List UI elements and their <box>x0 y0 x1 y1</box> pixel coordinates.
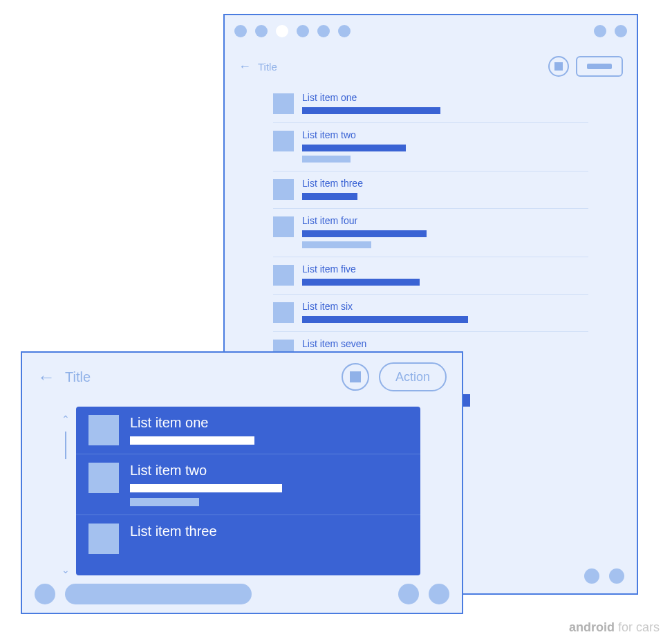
back-arrow-icon[interactable]: ← <box>239 59 251 74</box>
scroll-track <box>65 432 66 459</box>
list-item-body: List item two <box>302 129 406 163</box>
status-dot <box>338 25 351 37</box>
list-item-title: List item seven <box>302 338 378 349</box>
thumbnail-icon <box>273 265 294 286</box>
nav-button[interactable] <box>609 568 624 584</box>
square-icon <box>350 371 361 382</box>
system-bar <box>225 15 637 47</box>
status-dot <box>615 25 627 37</box>
thumbnail-icon <box>88 415 119 445</box>
list: List item oneList item twoList item thre… <box>76 407 420 575</box>
text-placeholder <box>130 498 199 506</box>
list-item-title: List item six <box>302 301 468 312</box>
status-dot <box>594 25 606 37</box>
list-item-body: List item two <box>130 463 282 506</box>
header-action-button[interactable]: Action <box>379 362 447 391</box>
text-placeholder <box>130 436 254 445</box>
thumbnail-icon <box>88 463 119 493</box>
list-item-body: List item three <box>130 524 217 554</box>
nav-button[interactable] <box>584 568 599 584</box>
nav-pill[interactable] <box>65 584 252 604</box>
thumbnail-icon <box>273 131 294 151</box>
nav-button[interactable] <box>429 584 449 604</box>
header-title: Title <box>258 61 277 73</box>
list-item-body: List item six <box>302 301 468 323</box>
list-item-title: List item one <box>302 92 440 103</box>
list-item[interactable]: List item three <box>273 172 588 209</box>
thumbnail-icon <box>273 179 294 200</box>
square-icon <box>554 62 563 71</box>
list-item-body: List item one <box>130 415 254 445</box>
header-icon-button[interactable] <box>548 56 569 77</box>
list-item-title: List item three <box>302 178 363 189</box>
thumbnail-icon <box>273 216 294 237</box>
list-item-title: List item three <box>130 524 217 539</box>
watermark-suffix: for cars <box>615 620 660 634</box>
text-placeholder <box>302 156 351 163</box>
chevron-up-icon[interactable]: ⌃ <box>62 414 70 425</box>
thumbnail-icon <box>273 93 294 114</box>
watermark-brand: android <box>569 620 615 634</box>
list-item[interactable]: List item six <box>273 295 588 332</box>
front-window: ← Title Action ⌃ ⌄ List item oneList ite… <box>21 351 463 614</box>
list-item-body: List item one <box>302 92 440 114</box>
button-label-placeholder <box>587 64 612 69</box>
list-item-title: List item one <box>130 415 254 431</box>
thumbnail-icon <box>273 302 294 323</box>
list-item-title: List item five <box>302 263 420 275</box>
header-icon-button[interactable] <box>342 363 369 391</box>
nav-bar <box>22 575 462 613</box>
status-dot-active <box>276 25 288 37</box>
status-dot <box>297 25 309 37</box>
status-dot <box>234 25 247 37</box>
watermark: android for cars <box>569 620 660 635</box>
text-placeholder <box>302 193 357 200</box>
list-item-title: List item two <box>130 463 282 479</box>
header-action-button[interactable] <box>576 56 623 77</box>
scrollbar[interactable]: ⌃ ⌄ <box>55 407 76 575</box>
status-dot <box>255 25 268 37</box>
back-arrow-icon[interactable]: ← <box>37 367 55 388</box>
text-placeholder <box>302 279 420 286</box>
list-item[interactable]: List item one <box>76 407 420 454</box>
app-header: ← Title Action <box>22 353 462 401</box>
list-item[interactable]: List item three <box>76 515 420 562</box>
nav-button[interactable] <box>35 584 55 604</box>
list-item[interactable]: List item five <box>273 257 588 295</box>
text-placeholder <box>302 145 406 151</box>
app-header: ← Title <box>225 47 637 86</box>
thumbnail-icon <box>88 524 119 554</box>
list-item[interactable]: List item one <box>273 86 588 123</box>
list: List item oneList item twoList item thre… <box>225 86 637 369</box>
list-item-title: List item four <box>302 215 427 226</box>
list-item[interactable]: List item two <box>273 123 588 172</box>
text-placeholder <box>302 316 468 323</box>
list-item[interactable]: List item four <box>273 209 588 257</box>
list-item-body: List item three <box>302 178 363 200</box>
text-placeholder <box>130 484 282 492</box>
status-dot <box>317 25 330 37</box>
list-item[interactable]: List item two <box>76 454 420 515</box>
list-item-body: List item five <box>302 263 420 286</box>
header-title: Title <box>65 369 91 385</box>
content-area: ⌃ ⌄ List item oneList item twoList item … <box>55 407 420 575</box>
list-item-body: List item four <box>302 215 427 248</box>
chevron-down-icon[interactable]: ⌄ <box>62 564 70 575</box>
text-placeholder <box>302 241 371 248</box>
nav-button[interactable] <box>398 584 419 604</box>
text-placeholder <box>302 230 427 237</box>
text-placeholder <box>302 107 440 114</box>
list-item-title: List item two <box>302 129 406 140</box>
overflow-stub <box>463 394 470 407</box>
